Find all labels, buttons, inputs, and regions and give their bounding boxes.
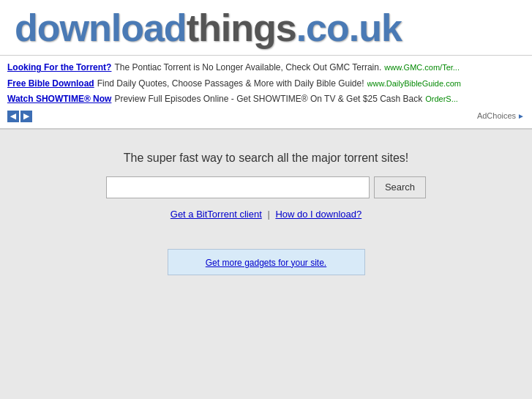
ad-row-3: Watch SHOWTIME® Now Preview Full Episode… bbox=[7, 92, 525, 108]
ad-url-3: OrderS... bbox=[425, 92, 458, 107]
ad-link-2[interactable]: Free Bible Download bbox=[7, 76, 94, 92]
ad-row-2: Free Bible Download Find Daily Quotes, C… bbox=[7, 76, 525, 92]
ad-text-3: Preview Full Episodes Online - Get SHOWT… bbox=[114, 92, 422, 108]
ad-row-1: Looking For the Torrent? The Pontiac Tor… bbox=[7, 60, 525, 76]
ad-text-2: Find Daily Quotes, Choose Passages & Mor… bbox=[97, 76, 364, 92]
site-logo[interactable]: downloadthings.co.uk bbox=[15, 7, 517, 49]
ad-link-1[interactable]: Looking For the Torrent? bbox=[7, 60, 111, 76]
gadget-box: Get more gadgets for your site. bbox=[168, 249, 365, 275]
links-row: Get a BitTorrent client | How do I downl… bbox=[171, 209, 361, 220]
ad-url-2: www.DailyBibleGuide.com bbox=[367, 77, 461, 92]
ad-url-1: www.GMC.com/Ter... bbox=[384, 61, 460, 75]
links-separator: | bbox=[267, 209, 269, 220]
ad-text-1: The Pontiac Torrent is No Longer Availab… bbox=[114, 60, 381, 76]
search-button[interactable]: Search bbox=[374, 176, 426, 198]
ad-next-button[interactable]: ▶ bbox=[20, 111, 32, 122]
ads-section: Looking For the Torrent? The Pontiac Tor… bbox=[0, 56, 532, 130]
search-input[interactable] bbox=[106, 176, 370, 198]
gadget-link[interactable]: Get more gadgets for your site. bbox=[206, 258, 326, 268]
ad-choices-icon: ► bbox=[517, 110, 525, 123]
search-container: Search bbox=[106, 176, 426, 198]
ad-choices: AdChoices ► bbox=[477, 109, 525, 124]
tagline: The super fast way to search all the maj… bbox=[124, 152, 409, 165]
site-header: downloadthings.co.uk bbox=[0, 0, 532, 56]
bittorrent-link[interactable]: Get a BitTorrent client bbox=[171, 209, 262, 220]
ad-choices-label: AdChoices bbox=[477, 109, 516, 124]
howto-link[interactable]: How do I download? bbox=[275, 209, 361, 220]
main-content: The super fast way to search all the maj… bbox=[0, 130, 532, 399]
logo-things: things bbox=[187, 7, 296, 49]
ad-navigation: ◀ ▶ AdChoices ► bbox=[7, 109, 525, 124]
logo-domain: .co.uk bbox=[296, 7, 402, 49]
ad-prev-button[interactable]: ◀ bbox=[7, 111, 19, 122]
logo-download: download bbox=[15, 7, 187, 49]
ad-link-3[interactable]: Watch SHOWTIME® Now bbox=[7, 92, 111, 108]
